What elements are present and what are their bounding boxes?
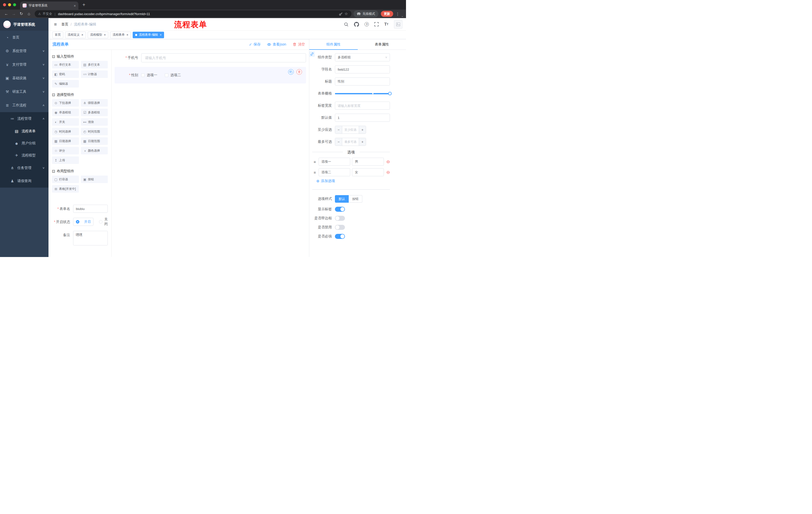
style-default-button[interactable]: 默认 (335, 195, 349, 203)
palette-item[interactable]: ⋔级联选择 (81, 99, 108, 107)
security-warning-icon[interactable]: ⚠ (38, 12, 41, 16)
option-label-input[interactable] (319, 158, 350, 166)
sidebar-item-task-mgmt[interactable]: ⋔任务管理˅ (0, 161, 49, 174)
tag-close-icon[interactable]: × (160, 33, 162, 36)
github-icon[interactable] (354, 22, 359, 27)
gender-option-2-checkbox[interactable]: 选项二 (165, 73, 181, 77)
delete-component-button[interactable] (296, 69, 302, 75)
palette-item[interactable]: ↥上传 (52, 156, 79, 164)
sidebar-item-payment-mgmt[interactable]: ¥支付管理˅ (0, 58, 49, 72)
help-icon[interactable]: ? (365, 22, 369, 26)
status-off-radio[interactable]: 关闭 (99, 217, 108, 226)
sidebar-item-system-mgmt[interactable]: ⚙系统管理˅ (0, 44, 49, 58)
sidebar-item-process-form[interactable]: ▤流程表单 (0, 125, 49, 137)
slider-handle[interactable] (388, 92, 392, 95)
view-json-button[interactable]: 查看json (267, 42, 286, 47)
window-minimize-button[interactable] (8, 3, 11, 6)
gender-field-selected[interactable]: *性别 选项一 选项二 (115, 67, 306, 83)
sidebar-item-leave-query[interactable]: ♟请假查询 (0, 174, 49, 188)
tag-process-definition[interactable]: 流程定义× (65, 32, 86, 38)
key-icon[interactable] (339, 12, 343, 16)
browser-tab[interactable]: 芋道管理系统 × (20, 1, 78, 9)
new-tab-button[interactable]: + (82, 2, 85, 7)
sidebar-item-process-model[interactable]: ✈流程模型 (0, 150, 49, 161)
option-value-input[interactable] (352, 168, 384, 176)
clear-button[interactable]: 清空 (293, 42, 305, 47)
update-button[interactable]: 更新 (381, 11, 393, 17)
increase-button[interactable]: + (359, 138, 366, 145)
palette-item[interactable]: ◐开关 (52, 118, 79, 126)
palette-item[interactable]: ◑颜色选择 (81, 147, 108, 154)
tag-close-icon[interactable]: × (81, 33, 83, 36)
remove-option-icon[interactable]: ⊖ (386, 170, 390, 174)
sidebar-item-workflow[interactable]: ≣工作流程˄ (0, 99, 49, 112)
sidebar-item-process-mgmt[interactable]: ≔流程管理˄ (0, 112, 49, 125)
palette-item[interactable]: ▤多行文本 (81, 61, 108, 69)
required-switch[interactable] (335, 234, 345, 239)
tab-form-props[interactable]: 表单属性 (358, 39, 406, 50)
title-input[interactable] (335, 77, 390, 85)
search-icon[interactable] (344, 22, 348, 27)
palette-item[interactable]: ⊞表格[开发中] (52, 185, 79, 193)
form-canvas[interactable]: *手机号 (112, 50, 309, 257)
form-remark-textarea[interactable]: 嘿嘿 (73, 231, 108, 245)
tag-close-icon[interactable]: × (104, 33, 106, 36)
option-value-input[interactable] (352, 158, 384, 166)
field-name-input[interactable] (335, 65, 390, 74)
profile-chevron-icon[interactable]: ⌄ (401, 14, 404, 18)
sidebar-item-infrastructure[interactable]: ▣基础设施˅ (0, 72, 49, 85)
palette-item[interactable]: 123计数器 (81, 71, 108, 78)
palette-item[interactable]: ◧密码 (52, 71, 79, 78)
breadcrumb-home[interactable]: 首页 (61, 22, 68, 27)
palette-item[interactable]: ⊷滑块 (81, 118, 108, 126)
palette-item[interactable]: ▦日期选择 (52, 137, 79, 145)
app-logo[interactable]: 芋道管理系统 (0, 18, 49, 31)
palette-item[interactable]: ☆评分 (52, 147, 79, 154)
window-close-button[interactable] (3, 3, 6, 6)
tab-close-icon[interactable]: × (74, 4, 76, 7)
remove-option-icon[interactable]: ⊖ (386, 160, 390, 164)
forward-icon[interactable]: → (10, 12, 18, 16)
show-label-switch[interactable] (335, 207, 345, 212)
phone-input[interactable] (141, 53, 306, 62)
tag-home[interactable]: 首页 (52, 32, 63, 38)
window-zoom-button[interactable] (13, 3, 16, 6)
increase-button[interactable]: + (359, 126, 366, 134)
address-bar[interactable]: ⚠ 不安全 | dashboard.yudao.iocoder.cn/bpm/m… (35, 10, 351, 17)
browser-menu-icon[interactable]: ⋮ (396, 11, 400, 16)
phone-field[interactable]: *手机号 (115, 53, 306, 62)
link-button[interactable] (309, 51, 315, 57)
tag-process-form[interactable]: 流程表单× (110, 32, 131, 38)
component-type-select[interactable]: 多选框组˅ (335, 53, 390, 61)
font-size-icon[interactable]: TT (384, 22, 388, 26)
back-icon[interactable]: ← (2, 12, 10, 16)
tag-close-icon[interactable]: × (126, 33, 128, 36)
default-value-input[interactable] (335, 114, 390, 122)
user-avatar[interactable] (394, 20, 403, 29)
palette-item[interactable]: ☑多选框组 (81, 109, 108, 116)
status-on-radio[interactable]: 开启 (73, 218, 93, 226)
add-option-button[interactable]: ⊕ 添加选项 (316, 179, 390, 183)
tab-component-props[interactable]: 组件属性 (309, 39, 358, 50)
palette-item[interactable]: ▩日期范围 (81, 137, 108, 145)
palette-item[interactable]: ◷时间选择 (52, 128, 79, 135)
sidebar-item-user-group[interactable]: ☻用户分组 (0, 137, 49, 150)
tag-process-form-edit[interactable]: 流程表单-编辑× (133, 32, 164, 38)
tag-process-model[interactable]: 流程模型× (88, 32, 109, 38)
palette-item[interactable]: ▣按钮 (81, 175, 108, 183)
grid-slider[interactable] (335, 89, 390, 98)
sidebar-item-home[interactable]: ◔首页 (0, 31, 49, 44)
bookmark-star-icon[interactable]: ☆ (344, 11, 348, 16)
decrease-button[interactable]: − (335, 138, 342, 145)
copy-component-button[interactable] (288, 69, 294, 75)
gender-option-1-checkbox[interactable]: 选项一 (141, 73, 157, 77)
drag-handle-icon[interactable]: ≡ (313, 170, 317, 174)
hamburger-icon[interactable]: ≡ (54, 22, 57, 27)
save-button[interactable]: ✓ 保存 (249, 42, 261, 47)
palette-item[interactable]: ✎编辑器 (52, 80, 79, 87)
palette-item[interactable]: ▭单行文本 (52, 61, 79, 69)
home-icon[interactable]: ⌂ (25, 12, 33, 16)
fullscreen-icon[interactable] (374, 22, 379, 26)
with-border-switch[interactable] (335, 216, 345, 221)
url-text[interactable]: dashboard.yudao.iocoder.cn/bpm/manager/f… (58, 12, 338, 16)
